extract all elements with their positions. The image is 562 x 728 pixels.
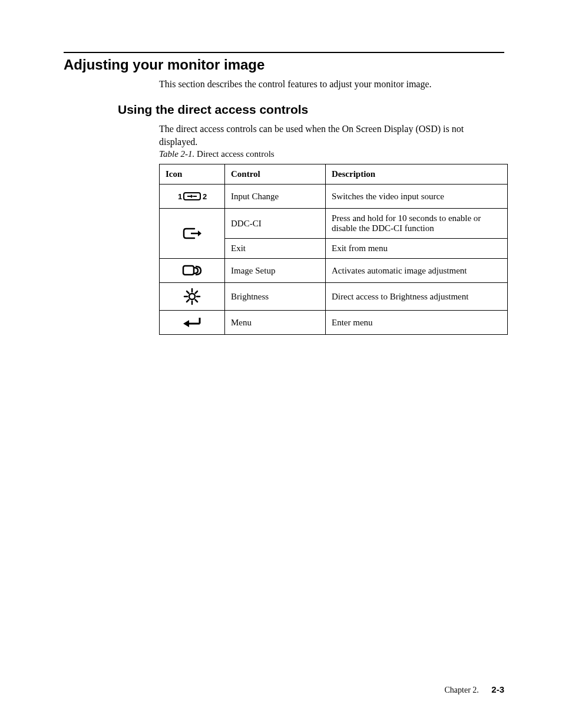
svg-text:1: 1 — [178, 192, 182, 201]
svg-text:2: 2 — [203, 192, 207, 201]
control-cell: Brightness — [225, 283, 326, 311]
control-cell: Input Change — [225, 185, 326, 209]
svg-line-18 — [187, 291, 189, 294]
svg-line-21 — [196, 291, 198, 294]
exit-icon — [181, 226, 203, 241]
table-caption-text: Direct access controls — [194, 149, 274, 159]
icon-cell — [160, 283, 225, 311]
footer-chapter: Chapter 2. — [444, 686, 478, 694]
section-rule — [64, 52, 504, 53]
svg-rect-12 — [183, 266, 194, 275]
table-row: 1 2 Input Change Switc — [160, 185, 508, 209]
brightness-icon — [183, 288, 201, 305]
svg-line-19 — [196, 300, 198, 302]
icon-cell — [160, 209, 225, 259]
icon-cell: 1 2 — [160, 185, 225, 209]
header-description: Description — [326, 164, 508, 185]
table-row: Menu Enter menu — [160, 311, 508, 335]
description-cell: Direct access to Brightness adjustment — [326, 283, 508, 311]
table-row: Image Setup Activates automatic image ad… — [160, 259, 508, 283]
control-cell: DDC-CI — [225, 209, 326, 239]
description-cell: Enter menu — [326, 311, 508, 335]
control-cell: Menu — [225, 311, 326, 335]
table-caption-label: Table 2-1. — [159, 149, 194, 159]
description-cell: Press and hold for 10 seconds to enable … — [326, 209, 508, 239]
direct-access-controls-table: Icon Control Description 1 — [159, 164, 508, 335]
svg-point-13 — [189, 294, 195, 299]
table-header-row: Icon Control Description — [160, 164, 508, 185]
subsection-title: Using the direct access controls — [118, 103, 504, 117]
control-cell: Image Setup — [225, 259, 326, 283]
header-control: Control — [225, 164, 326, 185]
header-icon: Icon — [160, 164, 225, 185]
table-row: DDC-CI Press and hold for 10 seconds to … — [160, 209, 508, 239]
table-caption: Table 2-1. Direct access controls — [159, 149, 504, 159]
input-change-icon: 1 2 — [177, 189, 207, 203]
section-intro: This section describes the control featu… — [159, 79, 504, 90]
section-title: Adjusting your monitor image — [64, 57, 504, 73]
icon-cell — [160, 259, 225, 283]
description-cell: Switches the video input source — [326, 185, 508, 209]
image-setup-icon — [181, 263, 203, 278]
svg-marker-24 — [183, 320, 189, 327]
subsection-intro: The direct access controls can be used w… — [159, 123, 504, 148]
svg-marker-11 — [198, 230, 201, 236]
description-cell: Activates automatic image adjustment — [326, 259, 508, 283]
icon-cell — [160, 311, 225, 335]
table-row: Brightness Direct access to Brightness a… — [160, 283, 508, 311]
footer-page-number: 2-3 — [491, 684, 504, 694]
control-cell: Exit — [225, 239, 326, 259]
description-cell: Exit from menu — [326, 239, 508, 259]
svg-line-20 — [187, 300, 189, 302]
menu-icon — [182, 315, 202, 330]
page-footer: Chapter 2. 2-3 — [444, 684, 504, 695]
